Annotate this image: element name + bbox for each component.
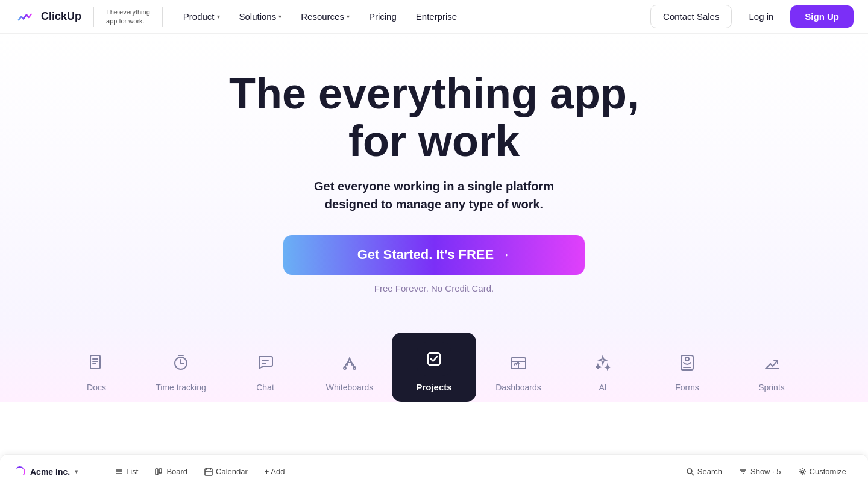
hero-subtitle: Get everyone working in a single platfor…: [314, 177, 554, 213]
board-icon: [155, 468, 163, 476]
customize-button[interactable]: Customize: [791, 463, 854, 480]
list-icon: [115, 468, 123, 476]
forms-icon: [673, 349, 701, 377]
list-view-button[interactable]: List: [107, 463, 145, 480]
feature-docs[interactable]: Docs: [54, 339, 139, 402]
svg-point-11: [344, 367, 346, 369]
get-started-button[interactable]: Get Started. It's FREE →: [283, 235, 585, 275]
workspace-chevron-icon: ▾: [75, 468, 78, 475]
contact-sales-button[interactable]: Contact Sales: [650, 5, 732, 28]
workspace-spinner-icon: [14, 466, 25, 477]
bar-divider: [95, 466, 95, 478]
projects-icon: [417, 342, 451, 376]
projects-label: Projects: [416, 382, 451, 392]
docs-label: Docs: [87, 383, 106, 392]
svg-line-31: [691, 473, 694, 475]
solutions-chevron-icon: ▾: [278, 13, 281, 20]
feature-whiteboards[interactable]: Whiteboards: [307, 339, 392, 402]
feature-projects[interactable]: Projects: [392, 333, 476, 402]
svg-rect-24: [156, 469, 158, 475]
view-actions: List Board Calendar + Add: [107, 463, 292, 480]
svg-point-30: [687, 469, 692, 474]
svg-point-18: [685, 357, 689, 361]
nav-actions: Contact Sales Log in Sign Up: [650, 5, 854, 28]
docs-icon: [83, 349, 110, 377]
hero-title: The everything app,for work: [229, 70, 639, 165]
forms-label: Forms: [675, 383, 699, 392]
search-icon: [686, 468, 694, 476]
svg-rect-26: [205, 469, 212, 475]
whiteboards-icon: [336, 349, 363, 377]
workspace-name: Acme Inc.: [30, 467, 70, 477]
whiteboards-label: Whiteboards: [326, 383, 374, 392]
chat-label: Chat: [256, 383, 274, 392]
feature-ai[interactable]: AI: [561, 339, 645, 402]
add-view-button[interactable]: + Add: [257, 463, 292, 480]
dashboards-label: Dashboards: [495, 383, 541, 392]
show-icon: [739, 468, 747, 476]
board-view-button[interactable]: Board: [148, 463, 195, 480]
logo[interactable]: ClickUp The everything app for work.: [14, 7, 163, 27]
hero-section: The everything app,for work Get everyone…: [0, 34, 868, 324]
nav-pricing[interactable]: Pricing: [360, 7, 405, 27]
calendar-icon: [204, 468, 213, 476]
logo-divider: [93, 7, 94, 27]
signup-button[interactable]: Sign Up: [790, 5, 854, 28]
time-tracking-label: Time tracking: [156, 383, 206, 392]
ai-icon: [589, 349, 617, 377]
ai-label: AI: [599, 383, 606, 392]
bar-right-actions: Search Show · 5 Customize: [679, 463, 854, 480]
time-tracking-icon: [167, 349, 195, 377]
search-button[interactable]: Search: [679, 463, 729, 480]
clickup-logo-icon: [14, 7, 35, 27]
sprints-label: Sprints: [758, 383, 785, 392]
bottom-bar: Acme Inc. ▾ List Board Calendar + Add Se…: [0, 454, 868, 488]
feature-time-tracking[interactable]: Time tracking: [139, 339, 223, 402]
nav-links: Product ▾ Solutions ▾ Resources ▾ Pricin…: [175, 7, 650, 27]
chat-icon: [251, 349, 279, 377]
brand-name: ClickUp: [41, 10, 81, 23]
nav-product[interactable]: Product ▾: [175, 7, 228, 27]
resources-chevron-icon: ▾: [347, 13, 350, 20]
features-strip: Docs Time tracking Chat: [0, 324, 868, 402]
calendar-view-button[interactable]: Calendar: [197, 463, 255, 480]
product-chevron-icon: ▾: [217, 13, 220, 20]
sprints-icon: [758, 349, 785, 377]
customize-icon: [798, 468, 807, 476]
logo-tagline: The everything app for work.: [106, 8, 150, 25]
login-button[interactable]: Log in: [737, 5, 785, 28]
feature-sprints[interactable]: Sprints: [729, 339, 814, 402]
navbar: ClickUp The everything app for work. Pro…: [0, 0, 868, 34]
feature-dashboards[interactable]: Dashboards: [476, 339, 561, 402]
nav-resources[interactable]: Resources ▾: [292, 7, 358, 27]
svg-point-35: [801, 471, 804, 473]
show-button[interactable]: Show · 5: [732, 463, 788, 480]
feature-forms[interactable]: Forms: [645, 339, 729, 402]
nav-enterprise[interactable]: Enterprise: [407, 7, 465, 27]
workspace-logo[interactable]: Acme Inc. ▾: [14, 466, 78, 477]
hero-note: Free Forever. No Credit Card.: [374, 283, 494, 293]
svg-rect-25: [159, 469, 162, 473]
feature-chat[interactable]: Chat: [223, 339, 307, 402]
nav-solutions[interactable]: Solutions ▾: [231, 7, 291, 27]
dashboards-icon: [505, 349, 532, 377]
